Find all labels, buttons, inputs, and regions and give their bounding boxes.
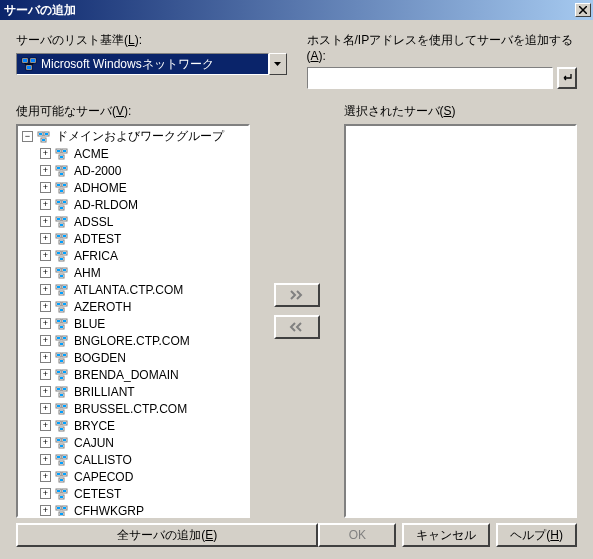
svg-rect-125 [60,462,63,464]
selected-label: 選択されたサーバ(S) [344,103,578,120]
svg-rect-45 [63,235,66,237]
tree-item[interactable]: +BNGLORE.CTP.COM [20,332,246,349]
tree-item[interactable]: +CETEST [20,485,246,502]
svg-rect-7 [39,133,42,135]
svg-rect-111 [63,422,66,424]
arrow-left-icon [289,322,305,332]
tree-item[interactable]: +BRYCE [20,417,246,434]
svg-rect-21 [63,167,66,169]
tree-item[interactable]: +AD-RLDOM [20,196,246,213]
combo-dropdown-button[interactable] [269,53,287,75]
svg-rect-43 [57,235,60,237]
tree-item[interactable]: +ADTEST [20,230,246,247]
tree-item-label: ADSSL [74,215,113,229]
svg-rect-59 [60,275,63,277]
svg-rect-93 [63,371,66,373]
dialog-body: サーバのリスト基準(L): Microsoft Windowsネットワーク ホス… [0,20,593,559]
titlebar: サーバの追加 [0,0,593,20]
svg-rect-129 [63,473,66,475]
remove-button[interactable] [274,315,320,339]
svg-rect-11 [42,139,45,141]
expand-icon[interactable]: + [40,437,51,448]
svg-rect-77 [60,326,63,328]
tree-item[interactable]: +AD-2000 [20,162,246,179]
expand-icon[interactable]: + [40,420,51,431]
expand-icon[interactable]: + [40,471,51,482]
expand-icon[interactable]: + [40,233,51,244]
svg-rect-55 [57,269,60,271]
tree-item-label: AFRICA [74,249,118,263]
expand-icon[interactable]: + [40,284,51,295]
host-add-button[interactable] [557,67,577,89]
expand-icon[interactable]: + [40,505,51,516]
tree-item[interactable]: +BRUSSEL.CTP.COM [20,400,246,417]
expand-icon[interactable]: + [40,352,51,363]
svg-rect-1 [23,59,27,62]
svg-rect-27 [63,184,66,186]
svg-rect-89 [60,360,63,362]
expand-icon[interactable]: + [40,250,51,261]
svg-rect-35 [60,207,63,209]
tree-item-label: CAPECOD [74,470,133,484]
tree-item[interactable]: +CAJUN [20,434,246,451]
expand-icon[interactable]: + [40,386,51,397]
domain-icon [55,385,71,399]
expand-icon[interactable]: + [40,165,51,176]
cancel-button[interactable]: キャンセル [402,523,490,547]
tree-item-label: BOGDEN [74,351,126,365]
expand-icon[interactable]: + [40,369,51,380]
expand-icon[interactable]: + [40,148,51,159]
add-button[interactable] [274,283,320,307]
tree-item[interactable]: +AZEROTH [20,298,246,315]
enter-arrow-icon [561,73,573,83]
tree-item[interactable]: +CFHWKGRP [20,502,246,518]
svg-rect-85 [57,354,60,356]
close-button[interactable] [575,3,591,17]
expand-icon[interactable]: + [40,267,51,278]
tree-item[interactable]: +CALLISTO [20,451,246,468]
tree-item[interactable]: +AHM [20,264,246,281]
tree-item[interactable]: +ADHOME [20,179,246,196]
network-combo[interactable]: Microsoft Windowsネットワーク [16,53,287,75]
expand-icon[interactable]: + [40,454,51,465]
tree-item[interactable]: +AFRICA [20,247,246,264]
expand-icon[interactable]: + [40,335,51,346]
tree-item-label: BNGLORE.CTP.COM [74,334,190,348]
expand-icon[interactable]: + [40,216,51,227]
close-icon [579,6,587,14]
selected-list[interactable] [344,124,578,518]
host-input[interactable] [307,67,553,89]
svg-rect-131 [60,479,63,481]
help-button[interactable]: ヘルプ(H) [496,523,577,547]
tree-item-label: ATLANTA.CTP.COM [74,283,183,297]
expand-icon[interactable]: + [40,301,51,312]
expand-icon[interactable]: + [40,318,51,329]
svg-rect-141 [63,507,66,509]
ok-button[interactable]: OK [318,523,396,547]
svg-rect-101 [60,394,63,396]
svg-rect-13 [57,150,60,152]
svg-rect-67 [57,303,60,305]
tree-item[interactable]: +BLUE [20,315,246,332]
tree-item[interactable]: +BRENDA_DOMAIN [20,366,246,383]
expand-icon[interactable]: + [40,403,51,414]
tree-item[interactable]: +CAPECOD [20,468,246,485]
svg-rect-23 [60,173,63,175]
svg-rect-107 [60,411,63,413]
svg-rect-41 [60,224,63,226]
collapse-icon[interactable]: − [22,131,33,142]
tree-item[interactable]: +ACME [20,145,246,162]
svg-rect-115 [57,439,60,441]
tree-item[interactable]: +BOGDEN [20,349,246,366]
svg-rect-81 [63,337,66,339]
tree-item[interactable]: +BRILLIANT [20,383,246,400]
expand-icon[interactable]: + [40,488,51,499]
expand-icon[interactable]: + [40,199,51,210]
tree-item[interactable]: +ATLANTA.CTP.COM [20,281,246,298]
expand-icon[interactable]: + [40,182,51,193]
domain-icon [55,181,71,195]
add-all-button[interactable]: 全サーバの追加(E) [16,523,318,547]
available-tree[interactable]: − ドメインおよびワークグループ +ACME+AD-2000+ADHOME+AD… [16,124,250,518]
tree-item[interactable]: +ADSSL [20,213,246,230]
tree-root[interactable]: − ドメインおよびワークグループ [20,128,246,145]
